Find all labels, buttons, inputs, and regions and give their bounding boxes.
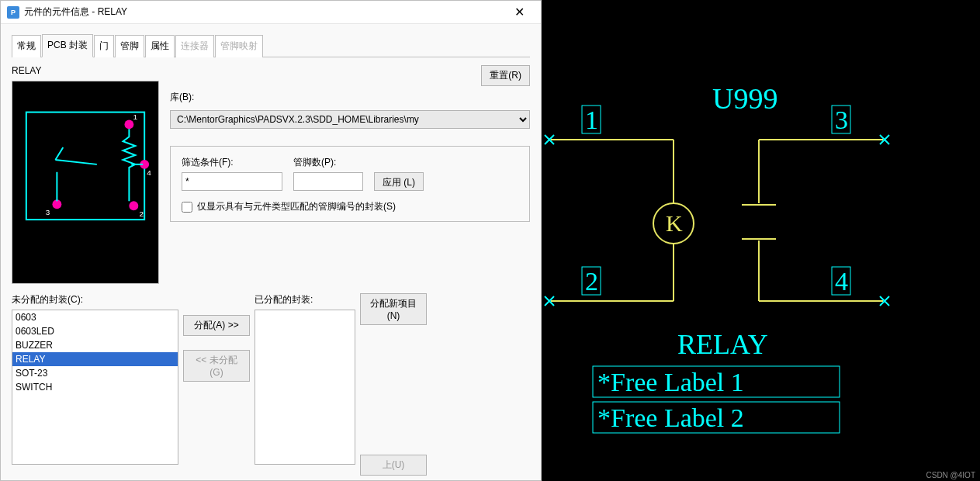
- list-item[interactable]: SWITCH: [12, 380, 178, 394]
- unassigned-listbox[interactable]: 06030603LEDBUZZERRELAYSOT-23SWITCH: [12, 310, 178, 465]
- tab-PCB 封装[interactable]: PCB 封装: [42, 34, 93, 57]
- svg-text:4: 4: [835, 267, 848, 296]
- svg-text:1: 1: [133, 112, 138, 121]
- svg-text:2: 2: [139, 209, 144, 218]
- only-matching-label: 仅显示具有与元件类型匹配的管脚编号的封装(S): [197, 200, 396, 213]
- unassign-button[interactable]: << 未分配(G): [183, 350, 250, 382]
- library-select[interactable]: C:\MentorGraphics\PADSVX.2.3\SDD_HOME\Li…: [170, 110, 530, 129]
- up-button[interactable]: 上(U): [360, 455, 427, 476]
- tab-bar: 常规PCB 封装门管脚属性连接器管脚映射: [12, 33, 530, 57]
- svg-point-1: [124, 119, 133, 129]
- tab-管脚映射: 管脚映射: [215, 35, 263, 57]
- assigned-label: 已分配的封装:: [255, 293, 355, 306]
- part-name: RELAY: [12, 65, 159, 76]
- svg-text:*Free Label 2: *Free Label 2: [597, 403, 744, 432]
- tab-门[interactable]: 门: [94, 35, 114, 57]
- svg-text:2: 2: [585, 267, 598, 296]
- filter-label: 筛选条件(F):: [182, 156, 282, 169]
- assigned-listbox[interactable]: [255, 310, 355, 465]
- component-info-dialog: P 元件的元件信息 - RELAY ✕ 常规PCB 封装门管脚属性连接器管脚映射…: [0, 0, 542, 481]
- assign-button[interactable]: 分配(A) >>: [183, 315, 250, 336]
- list-item[interactable]: 0603LED: [12, 324, 178, 338]
- titlebar: P 元件的元件信息 - RELAY ✕: [1, 1, 541, 24]
- only-matching-checkbox[interactable]: [182, 202, 192, 213]
- schematic-canvas[interactable]: U999 1 3 2 4 K: [542, 0, 980, 481]
- list-item[interactable]: 0603: [12, 310, 178, 324]
- apply-button[interactable]: 应用 (L): [374, 172, 424, 191]
- list-item[interactable]: SOT-23: [12, 366, 178, 380]
- pincount-input[interactable]: [293, 172, 363, 191]
- svg-text:*Free Label 1: *Free Label 1: [597, 368, 744, 396]
- footprint-preview: 1 4 3 2: [12, 81, 159, 284]
- tab-常规[interactable]: 常规: [12, 35, 41, 57]
- watermark: CSDN @4IOT: [926, 471, 976, 479]
- tab-管脚[interactable]: 管脚: [115, 35, 144, 57]
- schematic-refdes: U999: [712, 82, 777, 115]
- filter-input[interactable]: [182, 172, 282, 191]
- window-title: 元件的元件信息 - RELAY: [24, 5, 504, 19]
- assign-new-button[interactable]: 分配新项目(N): [360, 293, 427, 325]
- svg-line-8: [55, 147, 63, 160]
- pincount-label: 管脚数(P):: [293, 156, 363, 169]
- svg-text:3: 3: [835, 106, 848, 134]
- close-button[interactable]: ✕: [504, 2, 535, 23]
- list-item[interactable]: RELAY: [12, 352, 178, 366]
- svg-point-3: [129, 201, 138, 210]
- library-label: 库(B):: [170, 91, 530, 104]
- svg-line-7: [55, 160, 96, 164]
- app-icon: P: [7, 6, 19, 19]
- svg-text:K: K: [666, 210, 683, 236]
- tab-连接器: 连接器: [175, 35, 214, 57]
- svg-text:3: 3: [46, 208, 50, 216]
- unassigned-label: 未分配的封装(C):: [12, 293, 178, 306]
- svg-text:4: 4: [147, 168, 151, 177]
- schematic-part-type: RELAY: [677, 329, 768, 360]
- tab-属性[interactable]: 属性: [145, 35, 175, 57]
- reset-button[interactable]: 重置(R): [481, 65, 530, 86]
- svg-text:1: 1: [585, 106, 598, 134]
- list-item[interactable]: BUZZER: [12, 338, 178, 352]
- filter-group: 筛选条件(F): 管脚数(P): 应用 (L) 仅显示具有与元件类型匹配的管脚编…: [170, 146, 530, 222]
